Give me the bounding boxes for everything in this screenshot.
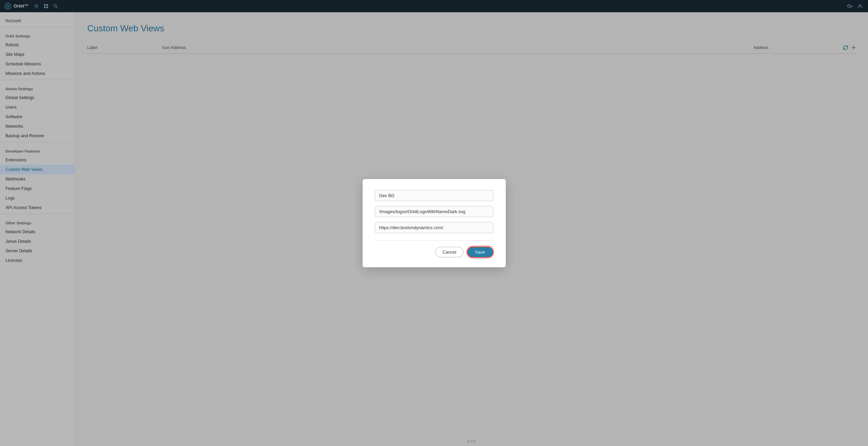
- icon-address-input[interactable]: [375, 206, 493, 217]
- cancel-button[interactable]: Cancel: [435, 247, 463, 257]
- address-input[interactable]: [375, 222, 493, 233]
- dialog-overlay: Cancel Save: [0, 0, 868, 446]
- icon-address-field: [375, 206, 493, 217]
- add-custom-web-view-dialog: Cancel Save: [363, 179, 506, 267]
- dialog-actions: Cancel Save: [375, 246, 493, 258]
- dialog-divider: [375, 240, 493, 240]
- save-button[interactable]: Save: [467, 246, 493, 258]
- address-field: [375, 222, 493, 233]
- label-field: [375, 190, 493, 201]
- label-input[interactable]: [375, 190, 493, 201]
